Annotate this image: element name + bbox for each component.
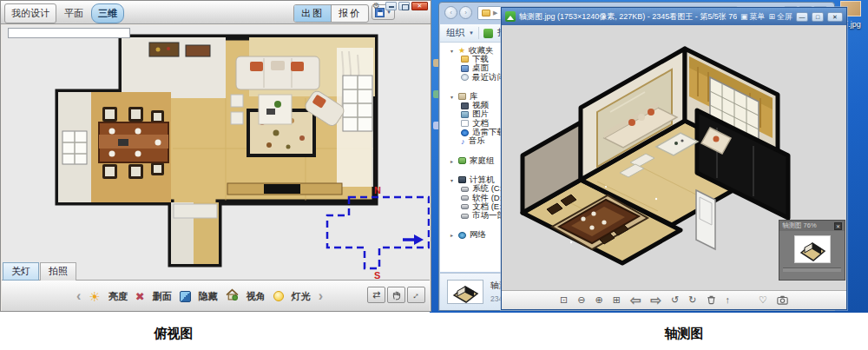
- design-name-input[interactable]: [8, 28, 130, 38]
- quote-button[interactable]: 报价: [332, 5, 368, 22]
- navigator-titlebar: 轴测图 76% ✕: [779, 221, 845, 231]
- viewer-canvas[interactable]: 轴测图 76% ✕: [502, 25, 846, 290]
- carousel-prev-icon[interactable]: ‹: [76, 288, 81, 304]
- camera-icon: [777, 295, 788, 305]
- close-button[interactable]: ✕: [411, 2, 428, 10]
- delete-face-icon[interactable]: ✖: [135, 291, 145, 302]
- favorite-button[interactable]: ♡: [759, 295, 767, 305]
- group-label: 网络: [470, 229, 486, 241]
- viewer-maximize-button[interactable]: □: [812, 12, 824, 22]
- pictures-icon: [461, 111, 469, 118]
- fullscreen-button[interactable]: ⊞全屏: [768, 11, 792, 23]
- desktop-icon: [461, 65, 469, 72]
- drive-icon: [461, 195, 469, 201]
- mode-tabs: 我的设计 平面 三维: [4, 3, 124, 23]
- top-view-render: N S: [2, 25, 430, 281]
- caption-axonometric-view: 轴测图: [642, 326, 726, 342]
- computer-icon: [458, 176, 466, 183]
- downloads-folder-icon: [461, 56, 469, 63]
- drive-icon: [461, 187, 469, 192]
- design-window-controls: ⚙ ✕: [372, 1, 428, 11]
- expander-icon[interactable]: ▸: [449, 158, 455, 164]
- rotate-view-button[interactable]: ⇄: [367, 287, 385, 303]
- restore-button[interactable]: [398, 2, 410, 10]
- breadcrumb-arrow-icon: ▶: [493, 10, 497, 17]
- viewer-titlebar[interactable]: 轴测图.jpg (1753×1240像素, 227KB) - 2345看图王 -…: [502, 8, 846, 25]
- organize-button[interactable]: 组织: [446, 27, 464, 39]
- tab-my-design[interactable]: 我的设计: [4, 3, 56, 23]
- thunder-icon: [461, 129, 469, 136]
- delete-button[interactable]: [707, 293, 716, 308]
- trash-icon: [707, 294, 716, 305]
- fit-to-window-button[interactable]: ⊡: [560, 295, 568, 305]
- pan-hand-button[interactable]: [387, 287, 405, 303]
- light-label[interactable]: 灯光: [292, 290, 311, 303]
- rotate-left-button[interactable]: ↺: [671, 295, 679, 305]
- recent-places-icon: [461, 74, 469, 81]
- next-image-button[interactable]: ⇨: [651, 294, 662, 307]
- carousel-next-icon[interactable]: ›: [319, 288, 323, 304]
- expander-icon[interactable]: ▾: [449, 94, 455, 100]
- expander-icon[interactable]: ▸: [449, 232, 455, 238]
- light-bulb-icon[interactable]: [273, 291, 284, 301]
- brightness-icon[interactable]: ☀: [89, 290, 100, 303]
- previous-image-button[interactable]: ⇦: [630, 294, 641, 307]
- tool-strip: ‹ ☀ 亮度 ✖ 删面 隐藏 视角 灯光 ›: [76, 281, 323, 312]
- slideshow-button[interactable]: ⊞: [613, 295, 621, 305]
- brightness-label[interactable]: 亮度: [108, 290, 128, 303]
- compass-north-label: N: [374, 185, 381, 195]
- group-label: 家庭组: [470, 155, 495, 167]
- forward-button[interactable]: ›: [459, 6, 472, 19]
- navigator-panel[interactable]: 轴测图 76% ✕: [779, 220, 845, 281]
- tab-snapshot[interactable]: 拍照: [40, 262, 76, 281]
- viewer-minimize-button[interactable]: —: [796, 12, 808, 22]
- hand-icon: [391, 290, 402, 300]
- navigator-zoom-slider[interactable]: [783, 267, 841, 272]
- zoom-out-button[interactable]: ⊖: [577, 295, 585, 305]
- drive-icon: [461, 204, 469, 209]
- viewer-close-button[interactable]: ✕: [827, 12, 843, 22]
- videos-icon: [461, 102, 469, 109]
- navigator-title: 轴测图 76%: [782, 221, 834, 230]
- design-app-window: 我的设计 平面 三维 出图 报价 ▼ ⚙ ✕: [0, 0, 431, 312]
- thumbnail-isometric-art: [448, 281, 483, 303]
- navigator-thumbnail-art: [795, 236, 830, 262]
- export-image-button[interactable]: 出图: [294, 5, 332, 22]
- gear-icon[interactable]: ⚙: [372, 2, 380, 10]
- expander-icon[interactable]: ▾: [449, 48, 455, 54]
- expander-icon[interactable]: ▾: [449, 177, 455, 183]
- upload-button[interactable]: ↑: [726, 295, 731, 305]
- drive-icon: [461, 214, 469, 219]
- tab-plan-2d[interactable]: 平面: [58, 4, 89, 23]
- documents-icon: [461, 120, 469, 127]
- divider: [478, 27, 479, 39]
- back-button[interactable]: ‹: [444, 6, 457, 19]
- favorites-star-icon: ★: [458, 47, 465, 54]
- tab-3d[interactable]: 三维: [91, 3, 124, 23]
- caption-top-view: 俯视图: [132, 326, 215, 342]
- delete-face-label[interactable]: 删面: [153, 290, 172, 303]
- navigator-thumbnail[interactable]: [794, 235, 831, 263]
- navigator-close-icon[interactable]: ✕: [834, 222, 842, 230]
- rotate-right-button[interactable]: ↻: [688, 295, 696, 305]
- tab-lights-off[interactable]: 关灯: [3, 262, 39, 281]
- design-3d-canvas[interactable]: N S: [2, 25, 430, 281]
- hide-label[interactable]: 隐藏: [199, 290, 218, 303]
- minimize-button[interactable]: [385, 2, 397, 10]
- libraries-icon: [458, 93, 466, 100]
- design-topbar: 我的设计 平面 三维 出图 报价 ▼ ⚙ ✕: [1, 1, 431, 24]
- menu-icon: ▣: [740, 12, 748, 21]
- music-note-icon: ♪: [461, 138, 465, 145]
- menu-button[interactable]: ▣菜单: [740, 11, 766, 23]
- network-icon: [458, 232, 466, 239]
- zoom-in-button[interactable]: ⊕: [595, 295, 603, 305]
- viewer-title: 轴测图.jpg (1753×1240像素, 227KB) - 2345看图王 -…: [519, 11, 737, 23]
- view-angle-icon[interactable]: [226, 288, 239, 304]
- hide-cube-icon[interactable]: [180, 291, 191, 302]
- view-angle-label[interactable]: 视角: [247, 290, 266, 303]
- screenshot-button[interactable]: [777, 293, 788, 308]
- zoom-view-button[interactable]: ↕: [407, 287, 425, 303]
- homegroup-icon: [458, 157, 466, 164]
- image-viewer-window: 轴测图.jpg (1753×1240像素, 227KB) - 2345看图王 -…: [501, 7, 847, 310]
- render-view-tabs: 关灯 拍照: [3, 262, 76, 281]
